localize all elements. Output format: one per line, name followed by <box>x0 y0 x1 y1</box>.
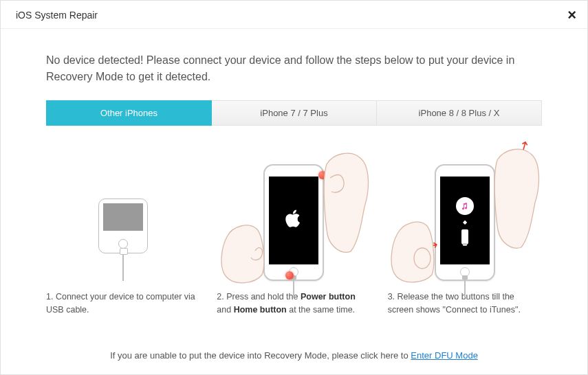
step-1-caption: 1. Connect your device to computer via U… <box>46 291 200 317</box>
step-1-text: Connect your device to computer via USB … <box>46 292 195 315</box>
step-3-illustration: ◆ ↗ ↗ <box>388 137 542 281</box>
step-2-text-a: Press and hold the <box>226 292 301 302</box>
content-area: No device detected! Please connect your … <box>1 29 587 374</box>
footer-hint: If you are unable to put the device into… <box>46 338 542 361</box>
step-2-number: 2. <box>217 292 226 302</box>
tab-iphone-7[interactable]: iPhone 7 / 7 Plus <box>212 100 377 126</box>
step-2-bold-home: Home button <box>234 305 287 315</box>
itunes-logo-icon <box>456 197 474 215</box>
hand-left-icon <box>221 223 265 285</box>
step-3-text: Release the two buttons till the screen … <box>388 292 521 315</box>
footer-text: If you are unable to put the device into… <box>110 350 411 361</box>
step-1-number: 1. <box>46 292 56 302</box>
app-title: iOS System Repair <box>16 10 98 21</box>
release-arrow-up-icon: ↗ <box>514 136 533 156</box>
power-button-highlight-icon <box>318 171 327 179</box>
steps-row: 1. Connect your device to computer via U… <box>46 137 542 338</box>
phone-outline-icon <box>98 198 148 253</box>
device-tabs: Other iPhones iPhone 7 / 7 Plus iPhone 8… <box>46 100 542 126</box>
tab-iphone-8-x[interactable]: iPhone 8 / 8 Plus / X <box>377 100 542 126</box>
diamond-icon: ◆ <box>463 219 467 225</box>
lightning-connector-icon <box>461 229 468 245</box>
phone-itunes-icon: ◆ <box>435 164 495 281</box>
usb-cable-icon <box>293 280 294 297</box>
app-window: iOS System Repair × No device detected! … <box>0 0 588 375</box>
svg-point-0 <box>459 201 470 211</box>
step-2-text-c: at the same time. <box>287 305 355 315</box>
phone-apple-logo-icon <box>263 164 324 281</box>
step-2-text-b: and <box>217 305 233 315</box>
step-3: ◆ ↗ ↗ <box>388 137 542 338</box>
step-2: 2. Press and hold the Power button and H… <box>217 137 371 338</box>
step-2-illustration <box>217 137 371 281</box>
instruction-message: No device detected! Please connect your … <box>46 52 542 85</box>
usb-cable-icon <box>122 253 124 281</box>
step-3-number: 3. <box>388 292 398 302</box>
close-icon[interactable]: × <box>567 8 576 23</box>
step-1-illustration <box>46 137 200 281</box>
step-1: 1. Connect your device to computer via U… <box>46 137 200 338</box>
titlebar: iOS System Repair × <box>1 1 587 29</box>
enter-dfu-mode-link[interactable]: Enter DFU Mode <box>411 350 478 361</box>
tab-other-iphones[interactable]: Other iPhones <box>46 100 212 126</box>
hand-right-icon <box>494 148 542 251</box>
apple-logo-icon <box>285 208 303 234</box>
hand-right-icon <box>323 152 371 255</box>
usb-cable-icon <box>464 280 466 297</box>
step-2-bold-power: Power button <box>301 292 356 302</box>
